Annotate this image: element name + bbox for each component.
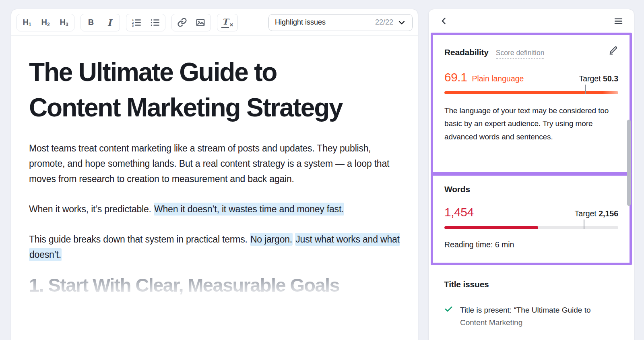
menu-button[interactable]: [613, 16, 623, 26]
bold-icon: B: [88, 18, 94, 27]
heading3-button[interactable]: H3: [55, 15, 73, 30]
issue-text: Title is present: “The Ultimate Guide to…: [460, 304, 598, 329]
insert-button-group: [171, 14, 211, 31]
heading2-sub: 2: [47, 22, 50, 27]
editor-toolbar: H1 H2 H3 B I 1 2: [11, 9, 418, 36]
image-button[interactable]: [191, 15, 210, 30]
bold-button[interactable]: B: [82, 15, 100, 30]
words-target-label: Target: [575, 209, 597, 218]
heading3-label: H: [60, 18, 65, 27]
doc-paragraph[interactable]: When it works, it’s predictable. When it…: [29, 201, 400, 217]
editor-panel: H1 H2 H3 B I 1 2: [11, 9, 418, 340]
chevron-down-icon: [397, 18, 406, 27]
ordered-list-icon: 1 2 3: [131, 17, 142, 28]
issue-item: Title is present: “The Ultimate Guide to…: [444, 304, 619, 329]
highlight-issues-count: 22/22: [375, 18, 393, 27]
doc-paragraphs: Most teams treat content marketing like …: [29, 141, 400, 263]
doc-paragraph[interactable]: This guide breaks down that system in pr…: [29, 232, 400, 262]
edit-target-button[interactable]: [609, 46, 618, 55]
highlighted-text: When it doesn’t, it wastes time and mone…: [154, 203, 344, 216]
readability-target-label: Target: [579, 74, 601, 83]
link-button[interactable]: [173, 15, 191, 30]
words-target-value: 2,156: [599, 209, 618, 218]
readability-description: The language of your text may be conside…: [444, 104, 618, 143]
title-issues-heading: Title issues: [444, 280, 619, 289]
reading-time: Reading time: 6 min: [444, 240, 618, 249]
pencil-icon: [609, 46, 618, 55]
text-segment: When it works, it’s predictable.: [29, 204, 154, 214]
heading1-sub: 1: [29, 22, 31, 27]
words-bar-fill: [444, 226, 538, 229]
readability-target-value: 50.3: [603, 74, 618, 83]
heading2-label: H: [41, 18, 47, 27]
words-bar-track: [444, 226, 618, 229]
heading2-button[interactable]: H2: [36, 15, 55, 30]
sidebar-header: [429, 9, 634, 33]
format-button-group: B I: [80, 14, 120, 31]
highlighted-cards: Readability Score definition 69.1 Plain …: [431, 33, 632, 265]
readability-target: Target 50.3: [579, 74, 618, 83]
svg-text:3: 3: [132, 23, 134, 27]
readability-target-tick: [585, 85, 586, 94]
link-icon: [177, 17, 187, 27]
readability-score: 69.1: [444, 70, 467, 84]
document-next-heading[interactable]: 1. Start With Clear, Measurable Goals: [29, 274, 400, 296]
bullet-list-button[interactable]: [146, 15, 164, 30]
document-title[interactable]: The Ultimate Guide to Content Marketing …: [29, 54, 355, 126]
clear-formatting-icon: T: [221, 17, 229, 28]
doc-paragraph[interactable]: Most teams treat content marketing like …: [29, 141, 400, 187]
readability-bar-fill: [444, 91, 618, 94]
heading1-label: H: [23, 18, 28, 27]
heading1-button[interactable]: H1: [18, 15, 36, 30]
check-icon: [444, 305, 453, 329]
seo-assistant-sidebar: Readability Score definition 69.1 Plain …: [428, 9, 634, 340]
words-progress-bar: [444, 226, 618, 229]
ordered-list-button[interactable]: 1 2 3: [127, 15, 146, 30]
readability-card: Readability Score definition 69.1 Plain …: [431, 33, 632, 174]
clear-formatting-x: ✕: [229, 22, 233, 28]
words-card: Words 1,454 Target 2,156 Reading time: 6…: [431, 173, 632, 265]
readability-title: Readability: [444, 48, 489, 57]
back-button[interactable]: [439, 16, 449, 26]
text-segment: Most teams treat content marketing like …: [29, 143, 389, 184]
sidebar-scrollbar-thumb[interactable]: [627, 120, 631, 206]
highlight-issues-dropdown[interactable]: Highlight issues 22/22: [268, 14, 413, 31]
italic-button[interactable]: I: [100, 15, 119, 30]
words-title: Words: [444, 185, 470, 194]
word-count: 1,454: [444, 205, 474, 219]
text-segment: This guide breaks down that system in pr…: [29, 234, 250, 245]
highlighted-text: No jargon.: [250, 233, 293, 246]
readability-level: Plain language: [472, 74, 524, 83]
readability-progress-bar: [444, 91, 618, 94]
heading-button-group: H1 H2 H3: [17, 14, 74, 31]
score-definition-link[interactable]: Score definition: [496, 49, 545, 59]
image-icon: [195, 17, 206, 28]
list-button-group: 1 2 3: [126, 14, 165, 31]
clear-formatting-button[interactable]: T✕: [218, 15, 237, 30]
title-issues-section: Title issues Title is present: “The Ulti…: [429, 265, 634, 329]
highlight-issues-label: Highlight issues: [275, 18, 326, 27]
clear-format-button-group: T✕: [217, 14, 238, 31]
readability-bar-track: [444, 91, 618, 94]
words-target-tick: [584, 220, 584, 229]
words-target: Target 2,156: [575, 209, 618, 218]
document-editor[interactable]: The Ultimate Guide to Content Marketing …: [11, 36, 418, 296]
bullet-list-icon: [150, 17, 160, 28]
italic-icon: I: [107, 17, 111, 28]
heading3-sub: 3: [66, 22, 68, 27]
